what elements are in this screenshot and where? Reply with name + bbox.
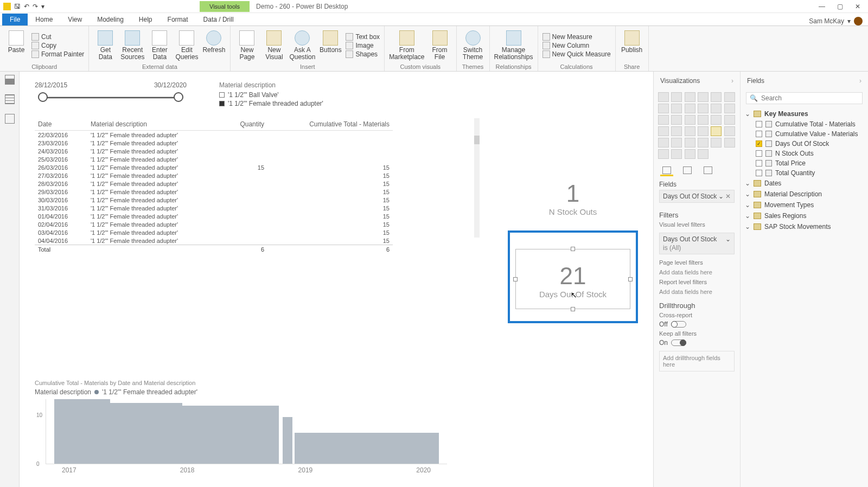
field-item[interactable]: Total Price (744, 158, 865, 168)
add-drillthrough-fields[interactable]: Add drillthrough fields here (659, 351, 735, 371)
close-icon[interactable]: ✕ (855, 3, 860, 10)
publish-button[interactable]: Publish (620, 28, 644, 62)
image-button[interactable]: Image (346, 42, 380, 49)
viz-type-button[interactable] (711, 92, 722, 102)
table-row[interactable]: 31/03/2016'1 1/2"' Female threaded adupt… (35, 204, 393, 212)
keep-filters-toggle[interactable]: On (654, 338, 740, 348)
filter-dropdown-icon[interactable]: ⌄ (725, 235, 731, 243)
new-visual-button[interactable]: New Visual (262, 28, 286, 62)
model-view-icon[interactable] (5, 114, 15, 124)
table-row[interactable]: 25/03/2016'1 1/2"' Female threaded adupt… (35, 155, 393, 163)
table-key-measures[interactable]: ⌄ Key Measures (744, 108, 865, 119)
col-quantity[interactable]: Quantity (223, 118, 267, 131)
col-cumulative[interactable]: Cumulative Total - Materials (267, 118, 393, 131)
viz-type-button[interactable] (711, 115, 722, 125)
paste-button[interactable]: Paste (4, 28, 28, 62)
viz-type-button[interactable] (685, 104, 695, 113)
maximize-icon[interactable]: ▢ (837, 3, 843, 10)
table-row[interactable]: 02/04/2016'1 1/2"' Female threaded adupt… (35, 220, 393, 228)
viz-type-button[interactable] (671, 115, 682, 125)
expand-icon[interactable]: ⌄ (745, 212, 750, 220)
tab-file[interactable]: File (2, 14, 28, 25)
expand-icon[interactable]: ⌄ (745, 110, 750, 118)
viz-type-button[interactable] (685, 149, 695, 159)
refresh-button[interactable]: Refresh (202, 28, 226, 62)
viz-type-button[interactable] (658, 138, 669, 148)
table-item[interactable]: ⌄Dates (744, 178, 865, 189)
viz-type-button[interactable] (698, 126, 709, 136)
report-view-icon[interactable] (5, 75, 15, 85)
table-row[interactable]: 29/03/2016'1 1/2"' Female threaded adupt… (35, 188, 393, 196)
viz-type-button[interactable] (671, 92, 682, 102)
viz-type-button[interactable] (711, 138, 722, 148)
redo-icon[interactable]: ↷ (33, 3, 38, 10)
visual-tools-tab[interactable]: Visual tools (200, 1, 250, 12)
field-well-item[interactable]: Days Out Of Stock ⌄ ✕ (659, 190, 735, 203)
switch-theme-button[interactable]: Switch Theme (461, 28, 485, 62)
viz-type-button[interactable] (724, 104, 735, 113)
viz-type-button[interactable] (658, 92, 669, 102)
table-visual[interactable]: Date Material description Quantity Cumul… (35, 118, 393, 253)
slicer-handle-start[interactable] (38, 92, 48, 102)
date-slicer[interactable]: 28/12/2015 30/12/2020 (35, 81, 187, 106)
analytics-tab[interactable] (701, 165, 714, 176)
cross-report-toggle[interactable]: Off (654, 319, 740, 329)
card-days-out-of-stock[interactable]: 21 Days Out Of Stock ↖ (508, 230, 638, 323)
viz-type-button[interactable] (685, 138, 695, 148)
user-dropdown-icon[interactable]: ▾ (847, 17, 851, 25)
viz-type-button[interactable] (698, 115, 709, 125)
text-box-button[interactable]: Text box (346, 33, 380, 41)
from-marketplace-button[interactable]: From Marketplace (389, 28, 424, 62)
legend-item-2[interactable]: '1 1/2"' Female threaded adupter' (219, 100, 323, 107)
buttons-button[interactable]: Buttons (318, 28, 342, 62)
new-column-button[interactable]: New Column (542, 42, 611, 49)
field-checkbox[interactable] (756, 131, 762, 137)
field-item[interactable]: Days Out Of Stock (744, 139, 865, 149)
viz-type-button[interactable] (671, 104, 682, 113)
report-canvas[interactable]: 28/12/2015 30/12/2020 Material descripti… (20, 72, 653, 487)
field-checkbox[interactable] (756, 170, 762, 176)
viz-type-button[interactable] (724, 138, 735, 148)
data-view-icon[interactable] (5, 94, 15, 104)
shapes-button[interactable]: Shapes (346, 50, 380, 58)
viz-type-button[interactable] (724, 92, 735, 102)
filter-item[interactable]: Days Out Of Stock⌄ is (All) (659, 233, 735, 254)
copy-button[interactable]: Copy (31, 42, 84, 49)
viz-type-button[interactable] (698, 138, 709, 148)
expand-icon[interactable]: ⌄ (745, 190, 750, 198)
field-checkbox[interactable] (756, 150, 762, 157)
table-scrollbar[interactable] (474, 118, 480, 238)
material-legend[interactable]: Material description '1 1/2"' Ball Valve… (219, 81, 323, 108)
fields-tab[interactable] (660, 165, 673, 176)
viz-type-button[interactable] (698, 92, 709, 102)
legend-item-1[interactable]: '1 1/2"' Ball Valve' (219, 91, 323, 99)
qat-dropdown-icon[interactable]: ▾ (41, 3, 44, 10)
resize-handle[interactable] (628, 277, 633, 281)
new-page-button[interactable]: New Page (235, 28, 259, 62)
viz-type-button[interactable] (671, 126, 682, 136)
scrollbar-thumb[interactable] (474, 136, 480, 144)
user-area[interactable]: Sam McKay ▾ (809, 17, 868, 25)
well-remove-icon[interactable]: ✕ (725, 193, 731, 200)
field-checkbox[interactable] (756, 160, 762, 166)
from-file-button[interactable]: From File (428, 28, 452, 62)
manage-relationships-button[interactable]: Manage Relationships (494, 28, 533, 62)
viz-type-button[interactable] (724, 115, 735, 125)
resize-handle[interactable] (571, 247, 575, 251)
format-painter-button[interactable]: Format Painter (31, 50, 84, 58)
field-checkbox[interactable] (756, 121, 762, 127)
table-row[interactable]: 27/03/2016'1 1/2"' Female threaded adupt… (35, 171, 393, 180)
fields-search-input[interactable] (761, 94, 859, 102)
table-row[interactable]: 01/04/2016'1 1/2"' Female threaded adupt… (35, 212, 393, 220)
collapse-icon[interactable]: › (731, 77, 733, 85)
save-icon[interactable]: 🖫 (14, 3, 21, 10)
collapse-icon[interactable]: › (859, 77, 861, 85)
new-quick-measure-button[interactable]: New Quick Measure (542, 50, 611, 58)
viz-type-button[interactable] (658, 149, 669, 159)
table-row[interactable]: 04/04/2016'1 1/2"' Female threaded adupt… (35, 236, 393, 245)
field-item[interactable]: Total Quantity (744, 168, 865, 178)
well-dropdown-icon[interactable]: ⌄ (718, 193, 724, 200)
viz-type-button[interactable] (685, 126, 695, 136)
get-data-button[interactable]: Get Data (93, 28, 117, 62)
avatar-icon[interactable] (854, 17, 863, 25)
